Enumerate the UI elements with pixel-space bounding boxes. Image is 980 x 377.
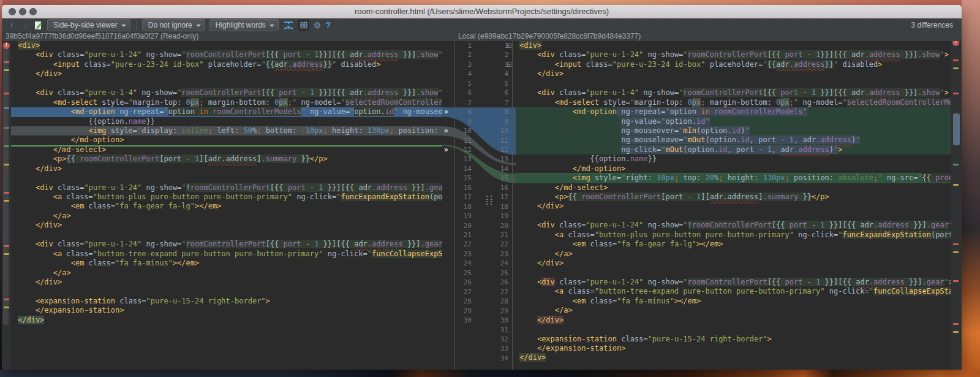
code-line[interactable]: <div> (516, 41, 951, 50)
code-line[interactable]: ng-value="option.id" (516, 117, 951, 126)
code-line[interactable]: </md-select> (516, 183, 951, 192)
code-line[interactable]: <div class="pure-u-1-24" ng-show="roomCo… (516, 50, 951, 59)
code-line[interactable]: <em class="fa fa-minus"></em> (11, 259, 442, 268)
stripe-mark[interactable] (953, 164, 959, 166)
code-line[interactable] (516, 325, 951, 334)
edit-icon[interactable] (35, 21, 43, 30)
code-line[interactable]: </expansion-station> (11, 306, 442, 315)
code-line[interactable]: <p>{{ roomControllerPort[port - 1][adr.a… (11, 154, 442, 164)
code-line[interactable]: ng-mouseover="mIn(option.id)" (516, 126, 951, 135)
code-line[interactable]: <div class="pure-u-1-4" ng-show="roomCon… (516, 88, 951, 97)
stripe-mark[interactable] (953, 280, 959, 282)
code-line[interactable]: <expansion-station class="pure-u-15-24 r… (516, 335, 951, 344)
code-line[interactable]: <em class="fa fa-gear fa-lg"></em> (11, 202, 442, 211)
apply-change-chevron[interactable]: » (444, 107, 454, 116)
code-line[interactable]: <md-option ng-repeat="option in roomCont… (516, 107, 951, 116)
sync-scroll-icon[interactable] (298, 20, 309, 31)
code-line[interactable]: <md-select style="margin-top: 0px; margi… (516, 98, 951, 107)
code-line[interactable]: <input class="pure-u-23-24 id-box" place… (516, 60, 951, 69)
stripe-mark[interactable] (4, 127, 9, 129)
code-line[interactable]: <img style="right: 10px; top: 20%; heigh… (516, 173, 951, 183)
fold-marker[interactable] (507, 63, 511, 67)
stripe-mark[interactable] (953, 323, 959, 325)
code-line[interactable]: <md-option ng-repeat="option in roomCont… (11, 107, 442, 116)
stripe-mark[interactable] (953, 93, 959, 94)
stripe-mark[interactable] (4, 299, 9, 300)
stripe-mark[interactable] (4, 164, 9, 166)
code-line[interactable]: </md-option> (11, 135, 442, 145)
code-line[interactable] (516, 79, 951, 88)
stripe-mark[interactable] (4, 61, 9, 63)
code-line[interactable]: <md-select style="margin-top: 0px; margi… (11, 98, 442, 107)
stripe-mark[interactable] (4, 245, 9, 247)
code-line[interactable]: <a class="button-tree-expand pure-button… (516, 287, 951, 296)
stripe-mark[interactable] (4, 107, 9, 109)
code-line[interactable]: <img style="display: inline; left: 50%; … (11, 126, 442, 135)
code-line[interactable]: </div> (516, 69, 951, 78)
code-line[interactable] (11, 287, 442, 296)
left-editor[interactable]: <div> <div class="pure-u-1-24" ng-show="… (11, 41, 442, 370)
stripe-mark[interactable] (4, 307, 9, 308)
code-line[interactable]: <em class="fa fa-minus"></em> (516, 297, 951, 306)
stripe-mark[interactable] (953, 67, 959, 69)
stripe-mark[interactable] (4, 69, 9, 71)
stripe-mark[interactable] (4, 192, 9, 194)
code-line[interactable]: <input class="pure-u-23-24 id-box" place… (11, 60, 442, 69)
right-editor[interactable]: <div> <div class="pure-u-1-24" ng-show="… (516, 41, 951, 370)
code-line[interactable]: </div> (11, 278, 442, 287)
code-line[interactable]: <a class="button-plus pure-button pure-b… (516, 230, 951, 240)
code-line[interactable]: <em class="fa fa-gear fa-lg"></em> (516, 240, 951, 249)
right-error-stripe-scrollbar[interactable] (951, 41, 962, 370)
next-difference-icon[interactable]: ↓ (21, 20, 31, 30)
code-line[interactable]: <div class="pure-u-1-24" ng-show="!roomC… (516, 221, 951, 230)
previous-difference-icon[interactable]: ↑ (7, 20, 17, 30)
code-line[interactable]: <div class="pure-u-1-24" ng-show="roomCo… (11, 240, 442, 249)
stripe-mark[interactable] (953, 331, 959, 333)
code-line[interactable]: ng-click="mOut(option.id, port - 1, adr.… (516, 145, 951, 154)
code-line[interactable] (11, 173, 442, 183)
code-line[interactable]: </div> (11, 316, 442, 325)
settings-gear-icon[interactable]: ⚙ (314, 20, 322, 31)
apply-change-chevron[interactable]: » (444, 145, 454, 154)
code-line[interactable]: <expansion-station class="pure-u-15-24 r… (11, 297, 442, 306)
code-line[interactable]: </a> (516, 249, 951, 259)
left-error-stripe-scrollbar[interactable] (2, 41, 11, 370)
code-line[interactable]: <a class="button-tree-expand pure-button… (11, 249, 442, 259)
code-line[interactable] (11, 230, 442, 240)
code-line[interactable]: </div> (11, 164, 442, 173)
code-line[interactable]: </md-select> (11, 145, 442, 154)
highlight-mode-select[interactable]: Highlight words (209, 19, 279, 31)
right-scrollbar-thumb[interactable] (953, 113, 960, 145)
code-line[interactable]: </expansion-station> (516, 344, 951, 353)
code-line[interactable]: ng-mouseleave="mOut(option.id, port - 1,… (516, 135, 951, 145)
stripe-mark[interactable] (4, 145, 9, 147)
code-line[interactable]: <div class="pure-u-1-24" ng-show="!roomC… (11, 183, 442, 192)
code-line[interactable]: <div class="pure-u-1-24" ng-show="roomCo… (516, 278, 951, 287)
code-line[interactable]: </a> (11, 268, 442, 278)
help-icon[interactable]: ? (325, 20, 331, 30)
code-line[interactable]: <a class="button-plus pure-button pure-b… (11, 192, 442, 202)
code-line[interactable]: {{option.name}} (11, 117, 442, 126)
code-line[interactable]: </div> (11, 221, 442, 230)
stripe-mark[interactable] (953, 251, 959, 253)
code-line[interactable]: {{option.name}} (516, 154, 951, 164)
code-line[interactable]: </div> (11, 69, 442, 78)
code-line[interactable]: </a> (516, 306, 951, 315)
code-line[interactable]: </div> (516, 259, 951, 268)
stripe-mark[interactable] (953, 59, 959, 61)
code-line[interactable]: </div> (516, 353, 951, 362)
viewer-mode-select[interactable]: Side-by-side viewer (47, 19, 130, 31)
code-line[interactable]: <p>{{ roomControllerPort[port - 1][adr.a… (516, 192, 951, 202)
code-line[interactable] (516, 211, 951, 221)
code-line[interactable]: </div> (516, 316, 951, 325)
left-scrollbar-thumb[interactable] (3, 46, 9, 325)
code-line[interactable] (516, 268, 951, 278)
fold-marker[interactable] (507, 44, 511, 48)
code-line[interactable]: <div class="pure-u-1-24" ng-show="roomCo… (11, 50, 442, 59)
title-bar[interactable]: room-controller.html (/Users/slime/Webst… (2, 5, 962, 19)
code-line[interactable] (11, 79, 442, 88)
collapse-unchanged-icon[interactable] (283, 20, 294, 31)
code-line[interactable]: </div> (516, 202, 951, 211)
code-line[interactable]: </md-option> (516, 164, 951, 173)
code-line[interactable]: <div> (11, 41, 442, 50)
